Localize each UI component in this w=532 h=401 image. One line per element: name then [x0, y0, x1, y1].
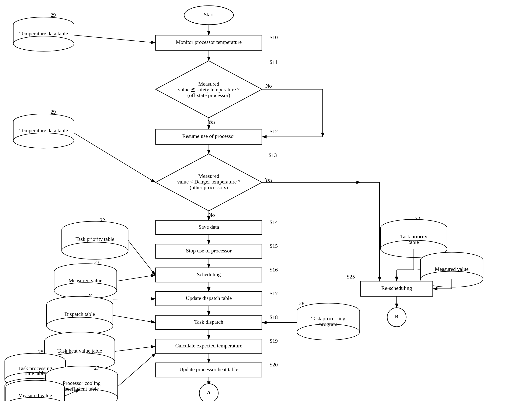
s11-text1: Measured: [198, 81, 219, 87]
rescheduling-text: Re-scheduling: [381, 285, 412, 291]
s11-text3: (off-state processor): [187, 92, 230, 98]
start-label: Start: [204, 12, 214, 18]
s18-text: Task dispatch: [194, 319, 223, 325]
s17-text: Update dispatch table: [186, 295, 232, 301]
n22b-label: 22: [415, 215, 420, 221]
task-priority-b-text1: Task priority: [400, 233, 427, 239]
measured-val-b-text: Measured value: [435, 266, 469, 272]
n29a-label: 29: [51, 12, 56, 18]
s10-ref: S10: [270, 34, 278, 40]
arrow-temp-b-s13: [74, 133, 155, 182]
s13-no-label: No: [208, 212, 215, 218]
temp-table-a-bottom: [13, 36, 74, 51]
task-proc-prog-text2: program: [319, 321, 337, 327]
arrow-taskprio-s16: [128, 240, 155, 275]
task-priority-b-text2: table: [409, 239, 419, 245]
task-priority-a-text: Task priority table: [76, 236, 114, 242]
temp-table-b-bottom: [13, 133, 74, 148]
s25-ref: S25: [347, 274, 355, 280]
s13-text3: (other processors): [190, 184, 228, 190]
s14-ref: S14: [270, 219, 278, 225]
s15-text: Stop use of processor: [186, 248, 232, 254]
s13-yes-label: Yes: [265, 177, 272, 183]
dispatch-table-bottom: [46, 317, 113, 334]
arrow-cooling-s19: [118, 353, 156, 387]
n28-label: 28: [299, 300, 304, 306]
flowchart-diagram: Start Monitor processor temperature S10 …: [0, 0, 532, 401]
a-label: A: [207, 390, 211, 395]
dispatch-table-text: Dispatch table: [64, 311, 95, 317]
n25-label: 25: [38, 349, 44, 355]
s11-text2: value ≦ safety temperature ?: [178, 87, 240, 92]
task-priority-a-bottom: [62, 242, 128, 259]
measured-val-a-text: Measured value: [69, 278, 102, 283]
task-proc-prog-text1: Task processing: [311, 316, 345, 321]
temp-table-b-text: Temperature data table: [19, 128, 68, 133]
s12-text: Resume use of processor: [182, 133, 235, 139]
n24-label: 24: [88, 292, 93, 298]
arrow-temp-s10: [74, 35, 155, 43]
arrow-taskheat-s19: [115, 346, 155, 351]
s19-text: Calculate expected temperature: [175, 343, 242, 349]
s13-ref: S13: [269, 152, 277, 158]
task-heat-text: Task heat value table: [57, 348, 102, 354]
temp-table-a-text: Temperature data table: [19, 31, 68, 37]
n27-label: 27: [94, 365, 100, 371]
s13-text2: value < Danger temperature ?: [177, 179, 241, 185]
s11-no-label: No: [265, 83, 272, 89]
s10-text: Monitor processor temperature: [176, 39, 242, 45]
n22a-label: 22: [100, 217, 105, 223]
s20-text: Update processor heat table: [179, 366, 238, 372]
s15-ref: S15: [270, 243, 278, 249]
s16-ref: S16: [270, 267, 278, 273]
s13-text1: Measured: [198, 173, 219, 179]
task-proc-time-text2: time table: [25, 370, 45, 376]
arrow-dispatch-s18: [113, 315, 155, 323]
s18-ref: S18: [270, 314, 278, 320]
s17-ref: S17: [270, 291, 278, 296]
n29b-label: 29: [51, 109, 56, 115]
s14-text: Save data: [198, 224, 219, 230]
s19-ref: S19: [270, 338, 278, 344]
arrow-dispatch-s17: [113, 299, 155, 299]
proc-cooling-text1: Processor cooling: [63, 380, 101, 386]
s16-text: Scheduling: [197, 272, 221, 277]
arrow-measval-s16: [117, 275, 155, 281]
measured-val-bottom-text: Measured value: [18, 392, 52, 398]
b-label: B: [395, 314, 399, 319]
n23-label: 23: [94, 259, 100, 265]
proc-cooling-text2: coefficient table: [64, 386, 99, 392]
s20-ref: S20: [270, 362, 278, 368]
s11-ref: S11: [270, 59, 278, 65]
s12-ref: S12: [270, 128, 278, 134]
